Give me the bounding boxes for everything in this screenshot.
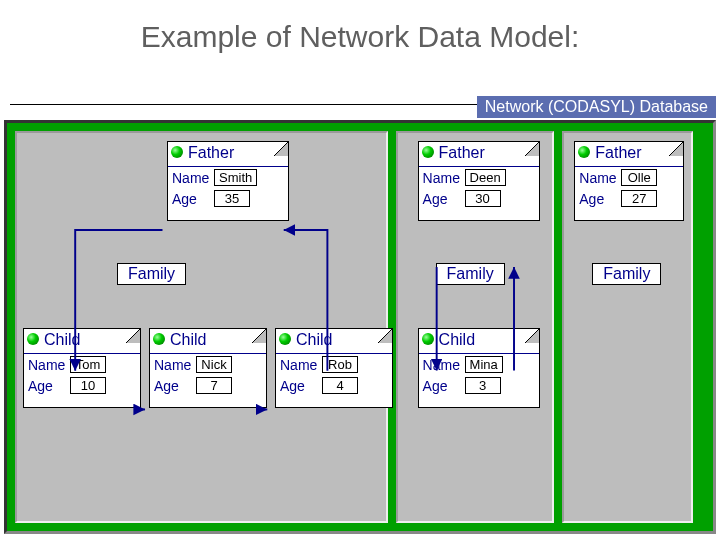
record-child: Child NameRob Age4 bbox=[275, 328, 393, 408]
record-child: Child NameTom Age10 bbox=[23, 328, 141, 408]
record-father: Father NameOlle Age27 bbox=[574, 141, 684, 221]
record-father: Father NameSmith Age35 bbox=[167, 141, 289, 221]
page-title: Example of Network Data Model: bbox=[0, 0, 720, 70]
record-father: Father NameDeen Age30 bbox=[418, 141, 540, 221]
set-label: Family bbox=[436, 263, 505, 285]
record-child: Child NameNick Age7 bbox=[149, 328, 267, 408]
bullet-icon bbox=[171, 146, 183, 158]
bullet-icon bbox=[27, 333, 39, 345]
panel-col-3: Father NameOlle Age27 Family bbox=[562, 131, 693, 523]
panel-col-1: Father NameSmith Age35 Family Child Name… bbox=[15, 131, 388, 523]
record-child: Child NameMina Age3 bbox=[418, 328, 540, 408]
diagram: Network (CODASYL) Database Father NameSm… bbox=[4, 120, 716, 534]
set-label: Family bbox=[117, 263, 186, 285]
bullet-icon bbox=[153, 333, 165, 345]
set-label: Family bbox=[592, 263, 661, 285]
database-frame: Father NameSmith Age35 Family Child Name… bbox=[4, 120, 716, 534]
bullet-icon bbox=[422, 333, 434, 345]
bullet-icon bbox=[279, 333, 291, 345]
bullet-icon bbox=[422, 146, 434, 158]
database-title: Network (CODASYL) Database bbox=[477, 96, 716, 118]
panel-col-2: Father NameDeen Age30 Family Child NameM… bbox=[396, 131, 555, 523]
bullet-icon bbox=[578, 146, 590, 158]
